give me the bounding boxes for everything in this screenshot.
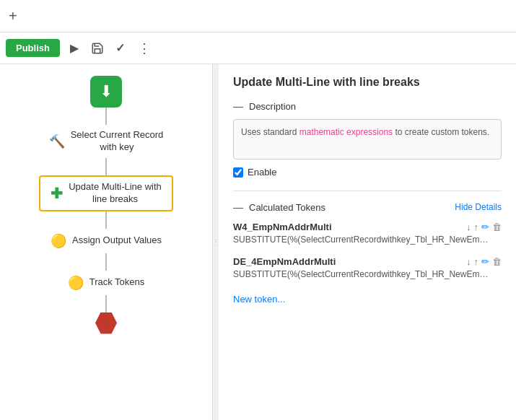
more-icon[interactable]: ⋮: [138, 40, 151, 56]
tokens-label-row: — Calculated Tokens: [233, 201, 325, 213]
track-node-container: 🟡 Track Tokens: [61, 271, 152, 295]
select-node-container: 🔨 Select Current Record with key: [42, 125, 171, 158]
hammer-icon: 🔨: [49, 134, 65, 149]
token-2-formula: SUBSTITUTE(%(SelectCurrentRecordwithkey_…: [233, 268, 493, 281]
tokens-label: Calculated Tokens: [249, 202, 325, 213]
description-section-header: — Description: [233, 100, 502, 112]
token-1-name-row: W4_EmpNmAddrMulti ↓ ↑ ✏ 🗑: [233, 222, 502, 232]
update-node[interactable]: ✚ Update Multi-Line with line breaks: [39, 175, 173, 211]
add-icon[interactable]: +: [9, 8, 17, 25]
description-label: Description: [249, 101, 296, 112]
token-1-delete-icon[interactable]: 🗑: [492, 222, 502, 232]
token-2-actions: ↓ ↑ ✏ 🗑: [466, 256, 502, 267]
save-icon[interactable]: [89, 40, 106, 57]
description-highlight: mathematic expressions: [299, 127, 393, 137]
assign-icon: 🟡: [51, 233, 66, 249]
plus-icon: ✚: [51, 185, 63, 202]
connector-line-5: [105, 295, 107, 312]
token-1-actions: ↓ ↑ ✏ 🗑: [466, 222, 502, 232]
connector-line-2: [105, 158, 107, 175]
start-node[interactable]: ⬇: [90, 76, 122, 108]
token-row-2: DE_4EmpNmAddrMulti ↓ ↑ ✏ 🗑 SUBSTITUTE(%(…: [233, 256, 502, 281]
token-2-delete-icon[interactable]: 🗑: [492, 256, 502, 267]
select-node-label: Select Current Record with key: [71, 129, 164, 154]
token-1-edit-icon[interactable]: ✏: [481, 222, 489, 232]
token-2-name: DE_4EmpNmAddrMulti: [233, 256, 336, 267]
description-text-part2: to create custom tokens.: [393, 127, 489, 137]
resize-handle[interactable]: ⋮: [213, 64, 219, 420]
left-panel: ⬇ 🔨 Select Current Record with key ✚ Upd…: [0, 64, 213, 420]
top-bar: +: [0, 0, 516, 32]
tokens-section-header: — Calculated Tokens Hide Details: [233, 201, 502, 213]
token-2-name-row: DE_4EmpNmAddrMulti ↓ ↑ ✏ 🗑: [233, 256, 502, 267]
stop-node[interactable]: [95, 312, 117, 334]
token-1-name: W4_EmpNmAddrMulti: [233, 222, 332, 232]
token-1-up-icon[interactable]: ↑: [474, 222, 479, 232]
token-1-down-icon[interactable]: ↓: [466, 222, 471, 232]
publish-button[interactable]: Publish: [6, 39, 60, 57]
connector-line-1: [105, 108, 107, 125]
new-token-link[interactable]: New token...: [233, 294, 285, 305]
check-icon[interactable]: ✓: [112, 40, 129, 57]
right-panel: Update Multi-Line with line breaks — Des…: [219, 64, 516, 420]
update-node-container: ✚ Update Multi-Line with line breaks: [39, 175, 173, 211]
divider: [233, 191, 502, 191]
run-icon[interactable]: ▶: [66, 40, 83, 57]
download-icon: ⬇: [100, 82, 113, 101]
hide-details-link[interactable]: Hide Details: [455, 202, 502, 212]
token-row-1: W4_EmpNmAddrMulti ↓ ↑ ✏ 🗑 SUBSTITUTE(%(S…: [233, 222, 502, 246]
stop-node-container: [95, 312, 117, 334]
toolbar: Publish ▶ ✓ ⋮: [0, 32, 516, 64]
select-node[interactable]: 🔨 Select Current Record with key: [42, 125, 171, 158]
token-2-up-icon[interactable]: ↑: [474, 256, 479, 267]
track-node-label: Track Tokens: [89, 276, 145, 289]
tokens-dash: —: [233, 201, 243, 213]
connector-line-3: [105, 211, 107, 229]
main-layout: ⬇ 🔨 Select Current Record with key ✚ Upd…: [0, 64, 516, 420]
description-box: Uses standard mathematic expressions to …: [233, 119, 502, 159]
description-dash: —: [233, 100, 243, 112]
token-2-down-icon[interactable]: ↓: [466, 256, 471, 267]
enable-row: Enable: [233, 167, 502, 178]
connector-line-4: [105, 253, 107, 271]
panel-title: Update Multi-Line with line breaks: [233, 76, 502, 89]
assign-node-container: 🟡 Assign Output Values: [43, 229, 169, 253]
start-node-container: ⬇: [90, 76, 122, 108]
token-1-formula: SUBSTITUTE(%(SelectCurrentRecordwithkey_…: [233, 234, 493, 246]
track-node[interactable]: 🟡 Track Tokens: [61, 271, 152, 295]
token-2-edit-icon[interactable]: ✏: [481, 256, 489, 267]
enable-checkbox[interactable]: [233, 167, 243, 178]
assign-node[interactable]: 🟡 Assign Output Values: [43, 229, 169, 253]
track-icon: 🟡: [68, 275, 84, 291]
assign-node-label: Assign Output Values: [72, 235, 162, 247]
description-text-part1: Uses standard: [241, 127, 299, 137]
enable-label: Enable: [248, 167, 276, 178]
update-node-label: Update Multi-Line with line breaks: [69, 181, 162, 206]
